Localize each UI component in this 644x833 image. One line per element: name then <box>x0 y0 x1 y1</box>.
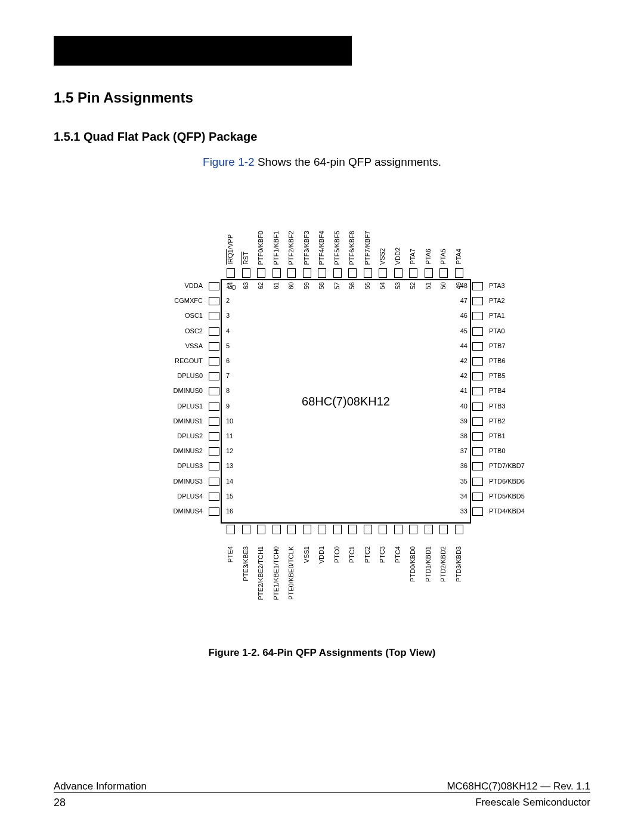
pin-label: PTF3/KBF3 <box>303 231 311 265</box>
pin-label: DPLUS1 <box>177 402 203 410</box>
pin-number: 9 <box>226 402 230 410</box>
pin-number: 55 <box>364 282 372 289</box>
page-number: 28 <box>54 797 66 809</box>
pin-pad <box>209 357 219 366</box>
footer-right-bottom: Freescale Semiconductor <box>475 797 590 809</box>
pin-number: 14 <box>226 478 233 485</box>
pin-label: PTA0 <box>489 327 505 335</box>
pin-pad <box>472 387 483 395</box>
pin-pad <box>333 268 342 278</box>
pin-label: PTA1 <box>489 312 505 319</box>
pin-number: 64 <box>227 282 235 289</box>
footer-rule <box>54 792 590 793</box>
pin-label: DPLUS0 <box>177 372 203 379</box>
pin-label: PTC2 <box>364 546 372 563</box>
pin-pad <box>472 478 483 486</box>
pin-pad <box>209 462 219 470</box>
pin-number: 8 <box>226 387 230 394</box>
pin-pad <box>439 268 448 278</box>
pin-label: PTA3 <box>489 282 505 289</box>
pin-number: 50 <box>439 282 448 289</box>
pin-pad <box>227 268 235 278</box>
pin-pad <box>209 432 219 441</box>
pin-number: 13 <box>226 462 233 469</box>
footer-right-top: MC68HC(7)08KH12 — Rev. 1.1 <box>447 781 590 792</box>
pin-number: 7 <box>226 372 230 379</box>
pin-pad <box>425 525 433 534</box>
pin-label: PTD2/KBD2 <box>439 546 448 582</box>
pin-label: PTD1/KBD1 <box>425 546 433 582</box>
pin-pad <box>455 268 463 278</box>
pin-pad <box>472 327 483 336</box>
pin-pad <box>209 387 219 395</box>
pin-label: IRQ1/VPP <box>227 234 235 265</box>
pin-label: VDD1 <box>318 546 326 563</box>
pin-pad <box>472 357 483 366</box>
pin-label: PTB2 <box>489 417 506 425</box>
pin-number: 51 <box>425 282 433 289</box>
pin-label: PTB3 <box>489 402 506 410</box>
pin-label: PTB6 <box>489 357 506 364</box>
pin-label: PTF0/KBF0 <box>257 231 265 265</box>
pin-number: 62 <box>257 282 265 289</box>
pin-number: 11 <box>226 432 233 439</box>
pin-pad <box>242 268 250 278</box>
page-footer: Advance Information MC68HC(7)08KH12 — Re… <box>54 778 590 809</box>
pin-label: PTA5 <box>439 249 448 265</box>
subsection-heading: 1.5.1 Quad Flat Pack (QFP) Package <box>54 130 590 144</box>
pin-number: 40 <box>460 402 467 410</box>
pin-pad <box>209 342 219 351</box>
pin-label: OSC1 <box>185 312 203 319</box>
pin-pad <box>209 478 219 486</box>
pin-number: 42 <box>460 357 467 364</box>
pin-number: 41 <box>460 387 467 394</box>
pin-number: 54 <box>379 282 387 289</box>
pin-label: PTF6/KBF6 <box>348 231 357 265</box>
pin-number: 60 <box>287 282 296 289</box>
pin-label: PTD3/KBD3 <box>455 546 463 582</box>
pin-pad <box>455 525 463 534</box>
pinout-diagram: 68HC(7)08KH12 VDDA1CGMXFC2OSC13OSC24VSSA… <box>107 187 537 646</box>
pin-label: DMINUS1 <box>173 417 203 425</box>
pin-pad <box>472 462 483 470</box>
pin-pad <box>227 525 235 534</box>
pin-label: VSS1 <box>303 546 311 563</box>
pin-label: PTA4 <box>455 249 463 265</box>
pin-label: PTB5 <box>489 372 506 379</box>
pin-pad <box>209 417 219 426</box>
pin-pad <box>273 525 281 534</box>
pin-pad <box>348 525 357 534</box>
pin-number: 15 <box>226 493 233 500</box>
section-heading: 1.5 Pin Assignments <box>54 89 590 106</box>
pin-pad <box>209 402 219 411</box>
pin-label: PTD6/KBD6 <box>489 478 525 485</box>
pin-pad <box>318 525 326 534</box>
pin-pad <box>209 297 219 305</box>
pin-label: PTA2 <box>489 297 505 304</box>
pin-pad <box>257 525 265 534</box>
pin-pad <box>472 447 483 456</box>
pin-pad <box>409 268 417 278</box>
pin-pad <box>209 282 219 290</box>
page: 1.5 Pin Assignments 1.5.1 Quad Flat Pack… <box>0 0 644 833</box>
pin-pad <box>472 372 483 380</box>
pin-pad <box>287 268 296 278</box>
pin-pad <box>209 312 219 320</box>
pin-number: 52 <box>409 282 417 289</box>
pin-label: PTF4/KBF4 <box>318 231 326 265</box>
pin-label: REGOUT <box>175 357 203 364</box>
pin-label: PTF1/KBF1 <box>273 231 281 265</box>
pin-pad <box>472 493 483 501</box>
pin-pad <box>472 417 483 426</box>
pin-pad <box>287 525 296 534</box>
figure-intro: Figure 1-2 Shows the 64-pin QFP assignme… <box>54 156 590 169</box>
pin-pad <box>472 282 483 290</box>
pin-label: PTE4 <box>227 546 235 563</box>
pin-label: PTC0 <box>333 546 342 563</box>
pin-label: DPLUS3 <box>177 462 203 469</box>
pin-label: DMINUS3 <box>173 478 203 485</box>
pin-label: PTB4 <box>489 387 506 394</box>
pin-pad <box>439 525 448 534</box>
pin-number: 35 <box>460 478 467 485</box>
figure-reference-link[interactable]: Figure 1-2 <box>203 156 255 168</box>
